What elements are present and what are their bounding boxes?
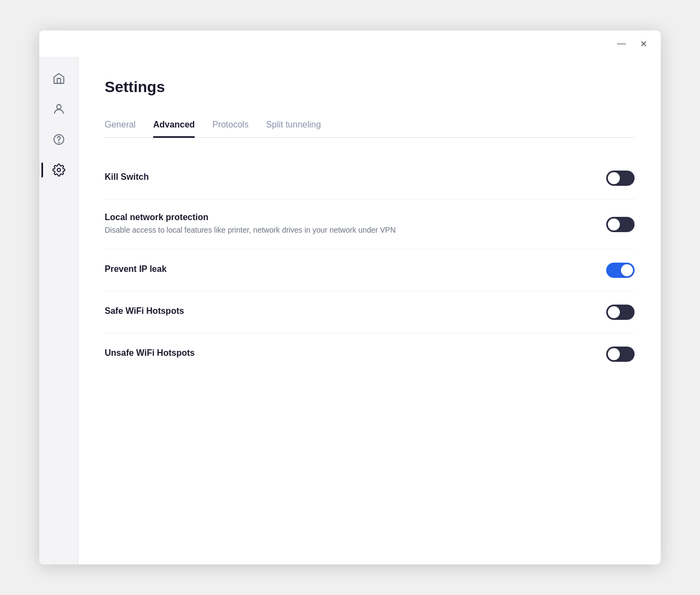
prevent-ip-leak-thumb <box>621 264 633 276</box>
local-network-protection-description: Disable access to local features like pr… <box>105 224 410 236</box>
safe-wifi-hotspots-track <box>606 305 635 320</box>
local-network-protection-toggle[interactable] <box>606 217 635 232</box>
svg-point-0 <box>57 105 61 109</box>
prevent-ip-leak-toggle[interactable] <box>606 263 635 278</box>
content-area: Settings General Advanced Protocols Spli… <box>79 57 661 564</box>
unsafe-wifi-hotspots-toggle[interactable] <box>606 347 635 362</box>
kill-switch-label: Kill Switch <box>105 172 580 182</box>
tab-split-tunneling[interactable]: Split tunneling <box>266 113 321 138</box>
sidebar-item-help[interactable] <box>46 126 72 153</box>
local-network-protection-label: Local network protection <box>105 212 580 222</box>
local-network-protection-track <box>606 217 635 232</box>
tab-protocols[interactable]: Protocols <box>212 113 249 138</box>
setting-kill-switch: Kill Switch <box>105 157 635 199</box>
sidebar-item-account[interactable] <box>46 96 72 122</box>
help-icon <box>52 133 65 146</box>
tab-advanced[interactable]: Advanced <box>153 113 195 138</box>
tabs-container: General Advanced Protocols Split tunneli… <box>105 113 635 138</box>
setting-safe-wifi-hotspots: Safe WiFi Hotspots <box>105 292 635 333</box>
setting-prevent-ip-leak: Prevent IP leak <box>105 250 635 292</box>
kill-switch-toggle[interactable] <box>606 171 635 186</box>
kill-switch-track <box>606 171 635 186</box>
safe-wifi-hotspots-label: Safe WiFi Hotspots <box>105 306 580 316</box>
main-layout: Settings General Advanced Protocols Spli… <box>39 57 661 564</box>
prevent-ip-leak-track <box>606 263 635 278</box>
minimize-button[interactable]: — <box>613 36 630 51</box>
svg-point-3 <box>57 168 61 172</box>
setting-unsafe-wifi-hotspots: Unsafe WiFi Hotspots <box>105 333 635 375</box>
setting-local-network-protection: Local network protection Disable access … <box>105 199 635 250</box>
settings-list: Kill Switch Local network protection Dis… <box>105 157 635 375</box>
sidebar-item-home[interactable] <box>46 65 72 92</box>
kill-switch-thumb <box>608 172 620 184</box>
settings-icon <box>52 163 65 177</box>
prevent-ip-leak-label: Prevent IP leak <box>105 264 580 274</box>
titlebar: — ✕ <box>39 31 661 57</box>
page-title: Settings <box>105 78 635 96</box>
close-button[interactable]: ✕ <box>635 36 652 51</box>
sidebar-item-settings[interactable] <box>46 157 72 183</box>
sidebar <box>39 57 79 564</box>
svg-point-2 <box>58 142 59 143</box>
unsafe-wifi-hotspots-label: Unsafe WiFi Hotspots <box>105 348 580 358</box>
unsafe-wifi-hotspots-thumb <box>608 348 620 360</box>
account-icon <box>52 102 65 116</box>
safe-wifi-hotspots-toggle[interactable] <box>606 305 635 320</box>
app-window: — ✕ <box>39 31 661 564</box>
local-network-protection-thumb <box>608 218 620 230</box>
safe-wifi-hotspots-thumb <box>608 306 620 318</box>
unsafe-wifi-hotspots-track <box>606 347 635 362</box>
home-icon <box>52 72 65 85</box>
tab-general[interactable]: General <box>105 113 136 138</box>
